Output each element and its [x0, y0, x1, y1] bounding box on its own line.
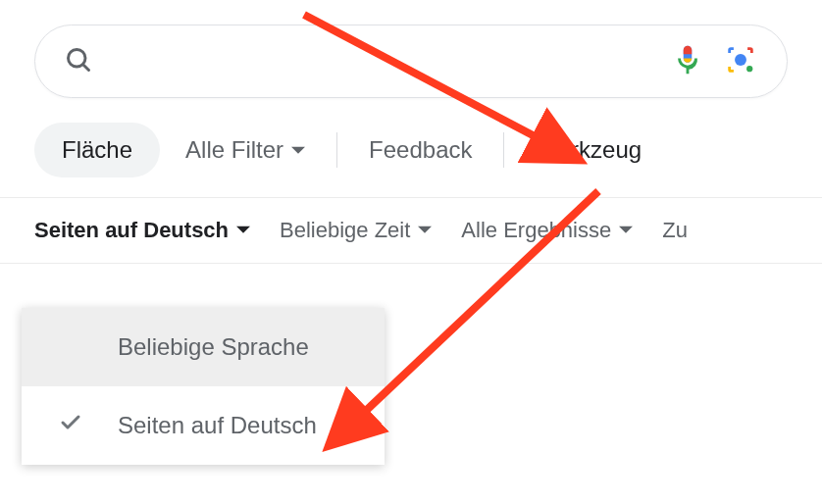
language-dropdown: Beliebige Sprache Seiten auf Deutsch	[22, 308, 385, 465]
feedback-button[interactable]: Feedback	[351, 123, 489, 177]
language-filter[interactable]: Seiten auf Deutsch	[34, 218, 250, 243]
chevron-down-icon	[236, 218, 250, 243]
results-filter-label: Alle Ergebnisse	[461, 218, 611, 243]
microphone-icon[interactable]	[671, 43, 704, 80]
chevron-down-icon	[291, 136, 305, 164]
chevron-down-icon	[619, 218, 633, 243]
svg-point-3	[746, 66, 752, 72]
svg-point-2	[735, 54, 746, 66]
divider	[336, 132, 337, 168]
tools-row: Seiten auf Deutsch Beliebige Zeit Alle E…	[0, 198, 822, 264]
results-filter[interactable]: Alle Ergebnisse	[461, 218, 633, 243]
dropdown-item-german[interactable]: Seiten auf Deutsch	[22, 386, 385, 465]
svg-line-1	[83, 64, 89, 70]
search-icon	[65, 46, 92, 77]
divider	[503, 132, 504, 168]
chevron-down-icon	[418, 218, 432, 243]
filter-pill-area[interactable]: Fläche	[34, 123, 160, 177]
time-filter[interactable]: Beliebige Zeit	[280, 218, 432, 243]
all-filters-button[interactable]: Alle Filter	[168, 123, 323, 177]
search-bar[interactable]	[34, 25, 788, 98]
search-input[interactable]	[92, 49, 651, 75]
filters-row: Fläche Alle Filter Feedback Werkzeug	[0, 98, 822, 197]
reset-filter[interactable]: Zu	[662, 218, 688, 243]
check-icon	[59, 411, 82, 440]
dropdown-item-any-language[interactable]: Beliebige Sprache	[22, 308, 385, 386]
reset-filter-label: Zu	[662, 218, 688, 243]
language-filter-label: Seiten auf Deutsch	[34, 218, 229, 243]
all-filters-label: Alle Filter	[185, 136, 283, 164]
tools-button[interactable]: Werkzeug	[518, 123, 659, 177]
lens-icon[interactable]	[724, 43, 757, 80]
time-filter-label: Beliebige Zeit	[280, 218, 410, 243]
dropdown-item-german-label: Seiten auf Deutsch	[118, 412, 317, 438]
